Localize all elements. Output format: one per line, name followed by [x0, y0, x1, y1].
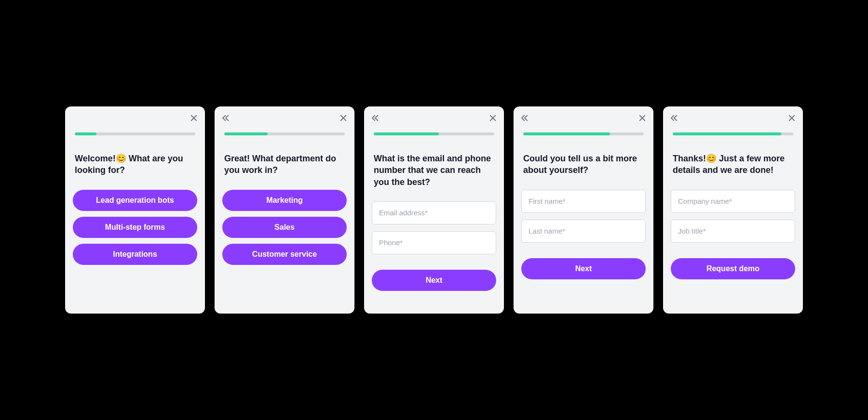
option-integrations[interactable]: Integrations	[73, 244, 197, 265]
back-icon[interactable]	[221, 114, 230, 122]
field-list: Next	[371, 201, 497, 291]
card-top-bar	[72, 113, 198, 123]
card-top-bar	[670, 113, 796, 123]
close-icon[interactable]	[638, 114, 647, 122]
back-icon[interactable]	[371, 114, 380, 122]
phone-field[interactable]	[372, 231, 496, 254]
card-top-bar	[520, 113, 647, 123]
job-title-field[interactable]	[671, 220, 795, 243]
first-name-field[interactable]	[521, 190, 646, 213]
prompt-text: Welcome!😊 What are you looking for?	[72, 153, 198, 176]
form-card-1: Welcome!😊 What are you looking for? Lead…	[65, 106, 205, 314]
field-list: Next	[520, 190, 647, 279]
close-icon[interactable]	[787, 114, 796, 122]
back-icon[interactable]	[670, 114, 678, 122]
progress-fill	[224, 132, 268, 135]
progress-bar	[75, 132, 195, 135]
request-demo-button[interactable]: Request demo	[671, 258, 795, 279]
close-icon[interactable]	[339, 114, 348, 122]
back-icon[interactable]	[520, 114, 529, 122]
progress-bar	[523, 132, 644, 135]
option-multi-step-forms[interactable]: Multi-step forms	[73, 217, 197, 238]
progress-fill	[523, 132, 610, 135]
prompt-text: Thanks!😊 Just a few more details and we …	[670, 153, 796, 176]
prompt-text: Great! What department do you work in?	[221, 153, 348, 176]
email-field[interactable]	[372, 201, 496, 224]
company-field[interactable]	[671, 190, 795, 213]
close-icon[interactable]	[190, 114, 198, 122]
card-top-bar	[371, 113, 497, 123]
option-marketing[interactable]: Marketing	[222, 190, 347, 211]
progress-bar	[224, 132, 345, 135]
close-icon[interactable]	[488, 114, 497, 122]
prompt-text: What is the email and phone number that …	[371, 153, 497, 188]
form-card-2: Great! What department do you work in? M…	[215, 106, 354, 314]
next-button[interactable]: Next	[372, 270, 496, 291]
next-button[interactable]: Next	[521, 258, 646, 279]
option-customer-service[interactable]: Customer service	[222, 244, 347, 265]
option-list: Marketing Sales Customer service	[221, 190, 348, 265]
form-card-4: Could you tell us a bit more about yours…	[514, 106, 653, 314]
option-sales[interactable]: Sales	[222, 217, 347, 238]
form-card-5: Thanks!😊 Just a few more details and we …	[663, 106, 803, 314]
option-list: Lead generation bots Multi-step forms In…	[72, 190, 198, 265]
card-top-bar	[221, 113, 348, 123]
prompt-text: Could you tell us a bit more about yours…	[520, 153, 647, 176]
last-name-field[interactable]	[521, 220, 646, 243]
option-lead-generation-bots[interactable]: Lead generation bots	[73, 190, 197, 211]
form-card-3: What is the email and phone number that …	[364, 106, 504, 314]
progress-bar	[374, 132, 494, 135]
progress-fill	[673, 132, 781, 135]
field-list: Request demo	[670, 190, 796, 279]
progress-fill	[374, 132, 439, 135]
progress-bar	[673, 132, 793, 135]
progress-fill	[75, 132, 96, 135]
